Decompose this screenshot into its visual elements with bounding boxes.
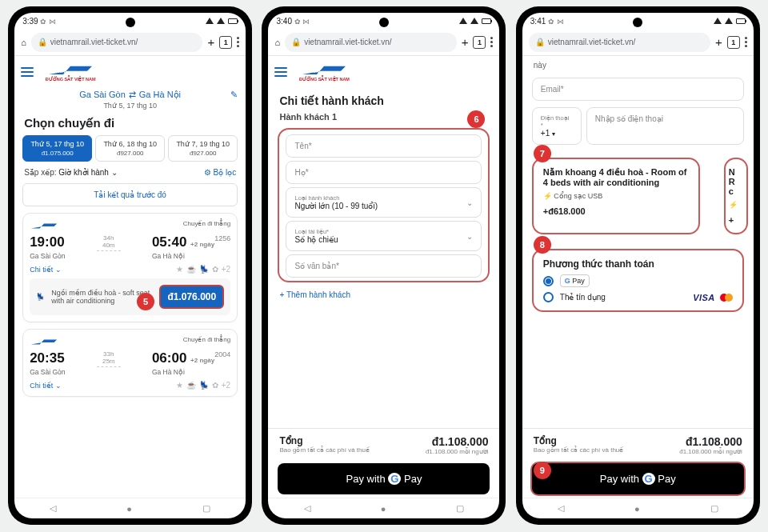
vnr-logo: VNR ĐƯỜNG SẮT VIỆT NAM: [38, 61, 102, 83]
url-bar[interactable]: 🔒vietnamrail.viet-ticket.vn/: [529, 33, 710, 52]
home-icon[interactable]: ⌂: [21, 38, 26, 47]
passenger-type-select[interactable]: Loại hành khách Người lớn (10 - 99 tuổi)…: [286, 187, 482, 218]
url-text: vietnamrail.viet-ticket.vn/: [50, 38, 138, 46]
home-icon[interactable]: ⌂: [274, 38, 280, 47]
phone-frame-3: 3:41 ✿ ⋈ 🔒vietnamrail.viet-ticket.vn/ + …: [516, 6, 760, 525]
sort-control[interactable]: Sắp xếp: Giờ khởi hành ⌄: [24, 168, 118, 177]
doc-number-field[interactable]: Số văn bản*: [286, 254, 482, 278]
tab-count[interactable]: 1: [473, 36, 486, 49]
dep-station: Ga Sài Gòn: [30, 252, 65, 260]
passenger-number: Hành khách 1: [268, 112, 348, 126]
kebab-menu-icon[interactable]: [237, 37, 239, 47]
date-tabs: Thứ 5, 17 thg 10đ1.075.000 Thứ 6, 18 thg…: [14, 135, 246, 162]
svg-text:VNR: VNR: [309, 69, 319, 74]
kebab-menu-icon[interactable]: [745, 37, 747, 47]
status-bar: 3:41 ✿ ⋈: [522, 13, 754, 29]
payment-method-section: Phương thức thanh toán G Pay Thẻ tín dụn…: [532, 249, 744, 312]
gpay-logo: G Pay: [642, 473, 676, 485]
url-bar[interactable]: 🔒 vietnamrail.viet-ticket.vn/: [31, 33, 203, 52]
home-nav-icon[interactable]: ●: [381, 504, 386, 514]
browser-bar: 🔒vietnamrail.viet-ticket.vn/ + 1: [522, 29, 754, 56]
arr-time: 05:40: [152, 234, 186, 250]
usb-icon: ⚡: [543, 192, 552, 200]
chevron-down-icon: ▾: [552, 130, 555, 138]
hamburger-menu-icon[interactable]: [21, 67, 34, 77]
payment-title: Phương thức thanh toán: [543, 258, 733, 270]
radio-off-icon: [543, 292, 554, 302]
date-tab-1[interactable]: Thứ 6, 18 thg 10đ927.000: [95, 135, 165, 162]
status-bar: 3:40 ✿ ⋈: [268, 13, 499, 29]
arr-time: 06:00: [152, 350, 186, 366]
filter-icon: ⚙: [204, 168, 211, 177]
name-field[interactable]: Tên*: [286, 134, 482, 158]
phone-number-field[interactable]: Nhập số điện thoại: [586, 107, 744, 145]
duration: 34h: [103, 234, 114, 242]
sort-filter-row: Sắp xếp: Giờ khởi hành ⌄ ⚙ Bộ lọc: [14, 162, 246, 183]
phone-frame-2: 3:40 ✿ ⋈ ⌂ 🔒vietnamrail.viet-ticket.vn/ …: [262, 6, 506, 525]
pay-button[interactable]: Pay with G Pay: [278, 463, 490, 494]
step-badge-7: 7: [534, 145, 551, 162]
home-nav-icon[interactable]: ●: [126, 504, 132, 514]
mastercard-logo: [720, 294, 733, 302]
amenity-icons: ★ ☕ 💺 ✿ +2: [176, 265, 230, 274]
doc-type-select[interactable]: Loại tài liệu* Số hộ chiếu ⌄: [286, 221, 482, 251]
logo-subtitle: ĐƯỜNG SẮT VIỆT NAM: [46, 77, 96, 82]
flower-icon: ✿: [212, 265, 218, 274]
price-button[interactable]: đ1.076.000: [159, 285, 224, 309]
recent-icon[interactable]: ▢: [202, 503, 210, 514]
back-icon[interactable]: ◁: [304, 503, 310, 514]
phone-prefix-select[interactable]: Điện thoại * +1 ▾: [532, 107, 582, 145]
new-tab-icon[interactable]: +: [207, 35, 214, 49]
url-bar[interactable]: 🔒vietnamrail.viet-ticket.vn/: [285, 33, 457, 52]
new-tab-icon[interactable]: +: [462, 35, 469, 49]
home-nav-icon[interactable]: ●: [634, 504, 640, 514]
details-link[interactable]: Chi tiết ⌄: [30, 382, 62, 390]
edit-route-icon[interactable]: ✎: [230, 90, 238, 99]
total-bar: TổngBao gồm tất cả các phí và thuế đ1.10…: [268, 428, 499, 460]
amenity-icons: ★ ☕ 💺 ✿ +2: [176, 381, 230, 390]
visa-logo: VISA: [693, 293, 715, 302]
pay-button[interactable]: Pay with G Pay: [532, 463, 744, 494]
step-badge-9: 9: [534, 462, 551, 479]
train-card-2[interactable]: Chuyến đi thẳng 20:35Ga Sài Gòn 33h25m 0…: [22, 329, 238, 397]
signal-icon: [217, 18, 225, 24]
gpay-logo: G Pay: [388, 473, 422, 485]
back-icon[interactable]: ◁: [558, 503, 564, 514]
email-field[interactable]: Email*: [532, 78, 744, 101]
dep-time: 19:00: [30, 234, 65, 250]
chevron-down-icon: ⌄: [111, 168, 118, 177]
upgrade-option-card[interactable]: Nằm khoang 4 điều hoà - Room of 4 beds w…: [532, 158, 700, 234]
surname-field[interactable]: Họ*: [286, 161, 482, 184]
swap-icon: ⇄: [126, 90, 139, 100]
tab-count[interactable]: 1: [219, 36, 232, 49]
new-tab-icon[interactable]: +: [715, 35, 722, 49]
battery-icon: [228, 18, 238, 24]
hamburger-menu-icon[interactable]: [274, 67, 287, 77]
train-logo-icon: [30, 336, 58, 347]
clock: 3:39 ✿ ⋈: [22, 17, 56, 26]
step-badge-5: 5: [137, 293, 154, 310]
card-label: Thẻ tín dụng: [560, 293, 606, 302]
filter-button[interactable]: ⚙ Bộ lọc: [204, 168, 236, 177]
arr-station: Ga Hà Nội: [152, 252, 214, 260]
recent-icon[interactable]: ▢: [710, 503, 718, 514]
details-link[interactable]: Chi tiết ⌄: [30, 266, 62, 274]
load-previous-button[interactable]: Tải kết quả trước đó: [22, 183, 238, 206]
back-icon[interactable]: ◁: [50, 503, 56, 514]
page-content-3: này Email* Điện thoại * +1 ▾ Nhập số điệ…: [522, 56, 754, 498]
recent-icon[interactable]: ▢: [456, 503, 464, 514]
add-passenger-link[interactable]: + Thêm hành khách: [268, 282, 499, 307]
passenger-form: Tên* Họ* Loại hành khách Người lớn (10 -…: [278, 128, 490, 282]
kebab-menu-icon[interactable]: [490, 37, 493, 47]
tab-count[interactable]: 1: [727, 36, 740, 49]
train-card-1[interactable]: Chuyến đi thẳng 19:00Ga Sài Gòn 34h40m 0…: [22, 213, 238, 322]
date-tab-2[interactable]: Thứ 7, 19 thg 10đ927.000: [168, 135, 238, 162]
payment-option-gpay[interactable]: G Pay: [543, 274, 733, 287]
dep-time: 20:35: [30, 350, 65, 366]
route-date: Thứ 5, 17 thg 10: [14, 102, 246, 110]
chevron-down-icon: ⌄: [466, 198, 473, 207]
payment-option-card[interactable]: Thẻ tín dụng VISA: [543, 292, 733, 302]
date-tab-0[interactable]: Thứ 5, 17 thg 10đ1.075.000: [22, 135, 92, 162]
route-display: Ga Sài Gòn⇄Ga Hà Nội: [79, 88, 181, 102]
upgrade-option-card-next[interactable]: N R c ⚡ +: [724, 158, 748, 234]
